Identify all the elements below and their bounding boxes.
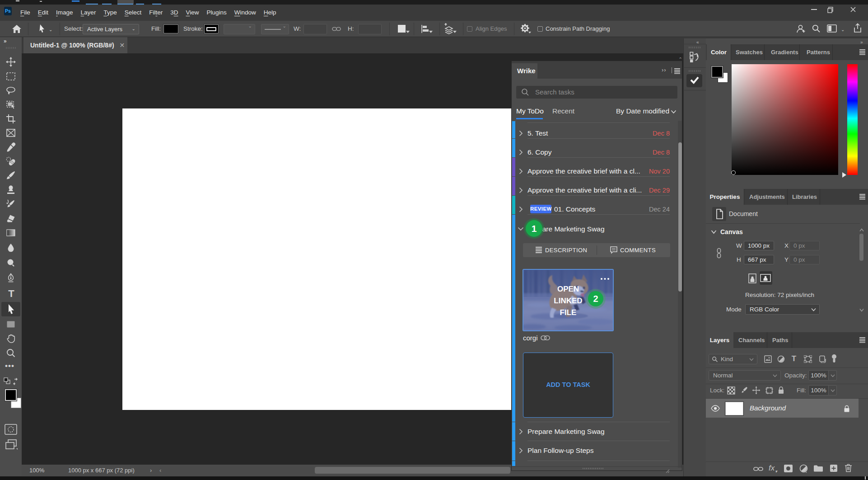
- svg-text:OPEN: OPEN: [557, 285, 579, 293]
- svg-text:FILE: FILE: [560, 308, 577, 317]
- svg-text:LINKED: LINKED: [554, 296, 582, 305]
